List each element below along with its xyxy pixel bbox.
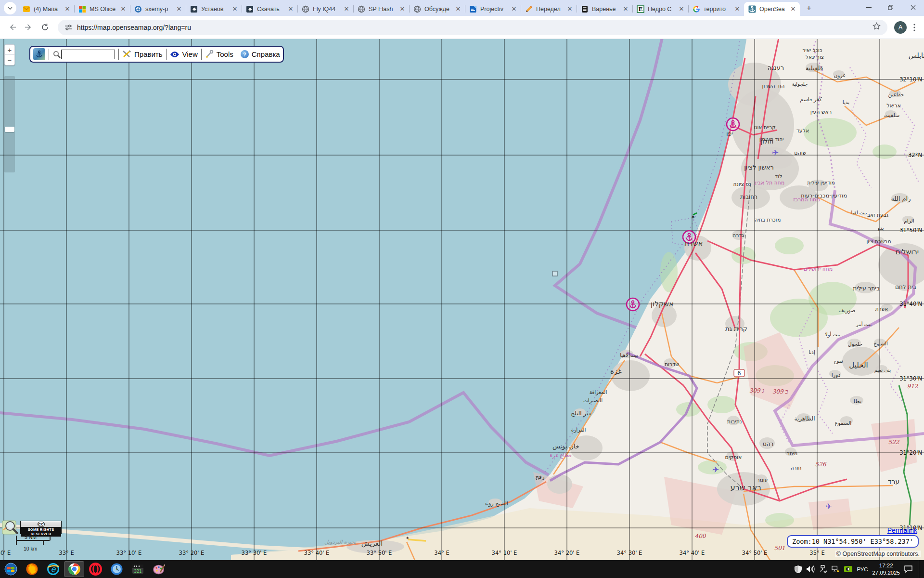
browser-menu-button[interactable] (910, 24, 919, 31)
tab-label: Установ (201, 6, 231, 13)
taskbar-media-player-classic-button[interactable]: 321 (127, 560, 148, 578)
taskbar-chrome-button[interactable] (64, 561, 84, 577)
minimize-button[interactable] (858, 0, 880, 14)
tab-4[interactable]: Установ✕ (186, 2, 242, 16)
usb-icon[interactable] (819, 565, 827, 573)
time: 17:22 (872, 562, 900, 569)
tab-close-button[interactable]: ✕ (175, 5, 183, 13)
map-viewport[interactable]: ✶✶✈✈✈6309 ג309 ב400501522526912רעננההוד … (0, 39, 924, 560)
defender-icon[interactable] (794, 565, 802, 573)
map-place-label: יפו (726, 131, 732, 137)
address-bar[interactable]: https://map.openseamap.org/?lang=ru (58, 20, 887, 35)
tab-7[interactable]: SP Flash✕ (353, 2, 409, 16)
tab-5[interactable]: Скачать✕ (242, 2, 297, 16)
star-icon (873, 22, 881, 30)
tab-close-button[interactable]: ✕ (231, 5, 239, 13)
view-menu-button[interactable]: View (170, 50, 198, 58)
tab-10[interactable]: Передел✕ (521, 2, 577, 16)
map-place-label: אשקלון (651, 300, 674, 308)
map-place-label: رفح (535, 473, 544, 481)
permalink-link[interactable]: Permalink (887, 526, 917, 534)
tab-favicon (525, 5, 533, 13)
tab-search-button[interactable] (4, 2, 16, 14)
map-place-label: إذنا (808, 349, 815, 355)
harbour-anchor-icon[interactable] (727, 118, 739, 131)
tab-14[interactable]: OpenSea✕ (744, 2, 800, 16)
harbour-anchor-icon[interactable] (627, 298, 639, 311)
map-place-label: אופקים (725, 454, 742, 460)
help-menu-button[interactable]: ? Справка (241, 50, 280, 58)
clock[interactable]: 17:22 27.09.2025 (872, 562, 900, 577)
map-place-label: السموع (835, 420, 852, 426)
taskbar-opera-button[interactable] (85, 560, 106, 578)
map-place-label: قلقيلية (806, 65, 823, 72)
tab-close-button[interactable]: ✕ (119, 5, 127, 13)
tab-close-button[interactable]: ✕ (64, 5, 71, 13)
tab-9[interactable]: Projectiv✕ (465, 2, 521, 16)
tab-2[interactable]: MS Ofiice✕ (74, 2, 130, 16)
tools-menu-button[interactable]: Tools (205, 50, 233, 58)
tab-close-button[interactable]: ✕ (789, 5, 797, 13)
tab-8[interactable]: Обсужде✕ (409, 2, 465, 16)
map-place-label: לוד (775, 173, 782, 180)
tab-close-button[interactable]: ✕ (566, 5, 574, 13)
tab-close-button[interactable]: ✕ (510, 5, 518, 13)
tab-13[interactable]: террито✕ (688, 2, 744, 16)
tab-close-button[interactable]: ✕ (733, 5, 741, 13)
bookmark-button[interactable] (873, 22, 881, 32)
forward-button[interactable] (21, 20, 36, 35)
latitude-label: 31°50'N (899, 227, 922, 234)
map-place-label: بدو (877, 225, 884, 231)
zoom-slider[interactable] (4, 76, 15, 172)
maximize-button[interactable] (880, 0, 902, 14)
nvidia-icon[interactable] (844, 565, 852, 573)
map-layer-logo-icon[interactable] (2, 519, 18, 536)
tab-close-button[interactable]: ✕ (678, 5, 685, 13)
search-input[interactable] (61, 50, 115, 59)
tab-1[interactable]: (4) Мапа✕ (18, 2, 74, 16)
openseamap-logo-icon[interactable] (33, 48, 45, 60)
tab-3[interactable]: sxemy-p✕ (130, 2, 186, 16)
taskbar-media-viewer-button[interactable] (106, 560, 127, 578)
close-window-button[interactable] (902, 0, 924, 14)
zoom-slider-handle[interactable] (5, 127, 14, 132)
tab-label: Педро С (648, 6, 678, 13)
profile-avatar[interactable]: A (894, 21, 907, 34)
taskbar-start-button[interactable] (0, 560, 21, 578)
tab-close-button[interactable]: ✕ (287, 5, 295, 13)
action-center-icon[interactable] (904, 565, 912, 573)
back-icon (8, 23, 16, 31)
map-place-label: الرام (904, 218, 914, 224)
tab-11[interactable]: Варенье✕ (577, 2, 632, 16)
show-desktop-button[interactable] (919, 560, 922, 578)
latitude-label: 31°20'N (899, 449, 922, 456)
network-warning-icon[interactable] (832, 565, 840, 573)
cc-license-badge[interactable]: CC SOME RIGHTS RESERVED (20, 521, 62, 534)
taskbar-paint-button[interactable] (148, 560, 169, 578)
zoom-in-button[interactable]: + (5, 45, 14, 55)
tab-close-button[interactable]: ✕ (454, 5, 462, 13)
new-tab-button[interactable]: + (803, 2, 815, 14)
tab-label: MS Ofiice (90, 6, 119, 13)
volume-icon[interactable] (807, 565, 815, 573)
zoom-out-button[interactable]: − (5, 55, 14, 65)
tab-close-button[interactable]: ✕ (622, 5, 629, 13)
media-player-classic-icon: 321 (131, 563, 144, 576)
back-button[interactable] (5, 20, 19, 35)
map-canvas[interactable]: ✶✶✈✈✈6309 ג309 ב400501522526912רעננההוד … (0, 39, 924, 560)
tab-12[interactable]: EПедро С✕ (632, 2, 688, 16)
tab-favicon (413, 5, 421, 13)
map-place-label: الشيوخ (873, 341, 887, 347)
reload-button[interactable] (38, 20, 52, 35)
tab-close-button[interactable]: ✕ (343, 5, 350, 13)
tab-close-button[interactable]: ✕ (398, 5, 406, 13)
tab-favicon (302, 5, 309, 13)
longitude-label: 34° 40' E (680, 550, 705, 556)
taskbar-firefox-button[interactable] (21, 560, 42, 578)
edit-menu-button[interactable]: Править (122, 50, 163, 58)
language-indicator[interactable]: РУС (857, 566, 868, 572)
tab-6[interactable]: Fly IQ44✕ (297, 2, 353, 16)
taskbar-internet-explorer-button[interactable]: e (42, 560, 64, 578)
sea-mark[interactable] (552, 271, 557, 276)
tab-favicon (581, 5, 589, 13)
